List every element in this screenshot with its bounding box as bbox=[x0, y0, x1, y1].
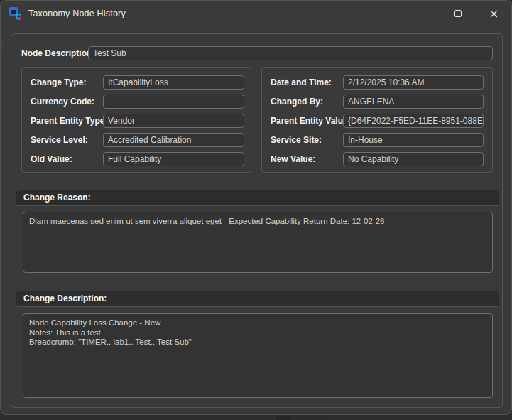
change-type-label: Change Type: bbox=[31, 75, 86, 90]
maximize-icon bbox=[454, 10, 462, 17]
new-value-field[interactable]: No Capability bbox=[343, 152, 484, 166]
change-description-textarea[interactable]: Node Capability Loss Change - New Notes:… bbox=[23, 313, 493, 398]
service-site-label: Service Site: bbox=[271, 133, 322, 148]
dialog-window: Taxonomy Node History Node Description: … bbox=[0, 0, 512, 415]
change-description-header: Change Description: bbox=[16, 291, 499, 307]
node-description-label: Node Description: bbox=[21, 46, 94, 61]
old-value-field[interactable]: Full Capability bbox=[103, 152, 244, 166]
date-and-time-label: Date and Time: bbox=[271, 75, 332, 90]
minimize-icon bbox=[419, 14, 427, 14]
currency-code-field[interactable] bbox=[103, 95, 244, 109]
close-button[interactable] bbox=[476, 1, 511, 26]
changed-by-label: Changed By: bbox=[271, 95, 323, 109]
left-field-group: Change Type: ItCapabilityLoss Currency C… bbox=[21, 67, 251, 173]
change-reason-header: Change Reason: bbox=[16, 190, 499, 206]
service-level-field[interactable]: Accredited Calibration bbox=[103, 133, 244, 147]
right-field-group: Date and Time: 2/12/2025 10:36 AM Change… bbox=[261, 67, 493, 173]
new-value-label: New Value: bbox=[271, 152, 315, 167]
window-controls bbox=[405, 1, 511, 26]
changed-by-field[interactable]: ANGELENA bbox=[343, 95, 484, 109]
app-icon-magenta-dot bbox=[18, 17, 21, 20]
content-panel: Node Description: Test Sub Change Type: … bbox=[11, 33, 503, 408]
titlebar[interactable]: Taxonomy Node History bbox=[1, 1, 511, 26]
background-window-fragment bbox=[294, 416, 327, 420]
node-description-field[interactable]: Test Sub bbox=[88, 46, 493, 60]
service-site-field[interactable]: In-House bbox=[343, 133, 484, 147]
change-reason-textarea[interactable]: Diam maecenas sed enim ut sem viverra al… bbox=[23, 212, 493, 273]
old-value-label: Old Value: bbox=[31, 152, 72, 167]
date-and-time-field[interactable]: 2/12/2025 10:36 AM bbox=[343, 75, 484, 90]
app-icon bbox=[9, 7, 22, 20]
service-level-label: Service Level: bbox=[31, 133, 88, 148]
change-type-field[interactable]: ItCapabilityLoss bbox=[103, 75, 244, 90]
close-icon bbox=[490, 10, 498, 18]
parent-entity-type-label: Parent Entity Type: bbox=[31, 114, 107, 129]
parent-entity-type-field[interactable]: Vendor bbox=[103, 114, 244, 128]
parent-entity-value-label: Parent Entity Value: bbox=[271, 114, 351, 129]
parent-entity-value-field[interactable]: {D64F2022-F5ED-11EE-8951-088E901F3 bbox=[343, 114, 484, 128]
currency-code-label: Currency Code: bbox=[31, 95, 94, 109]
edge-artifact bbox=[1, 41, 2, 52]
maximize-button[interactable] bbox=[440, 1, 476, 26]
background-window-fragment bbox=[276, 416, 291, 420]
window-title: Taxonomy Node History bbox=[28, 9, 126, 18]
minimize-button[interactable] bbox=[405, 1, 440, 26]
